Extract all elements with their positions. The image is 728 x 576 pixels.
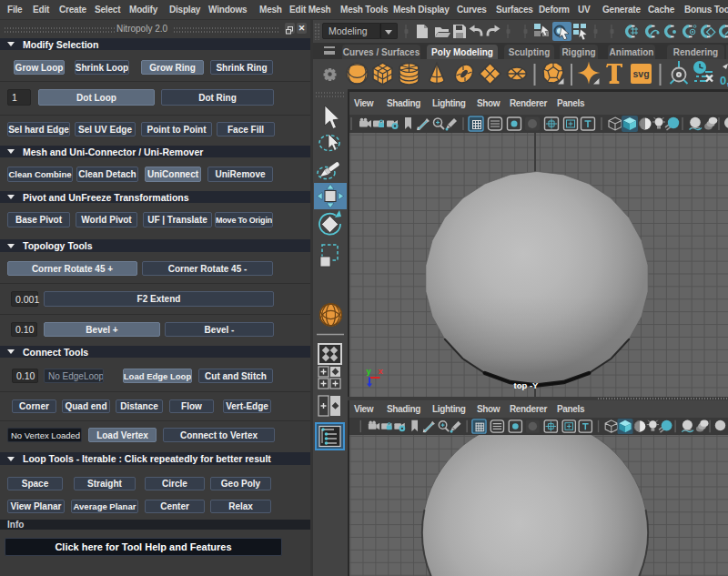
- svg-text:svg: svg: [632, 68, 649, 79]
- svg-text:y: y: [367, 366, 372, 376]
- svg-text:0,: 0,: [720, 74, 728, 87]
- svg-text:x: x: [379, 366, 384, 376]
